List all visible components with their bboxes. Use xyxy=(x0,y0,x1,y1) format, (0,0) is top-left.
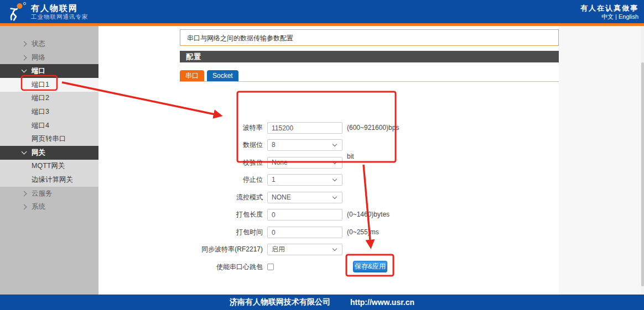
flow-control-select[interactable]: NONE xyxy=(267,192,342,203)
pack-time-input[interactable] xyxy=(267,227,342,238)
field-label: 波特率 xyxy=(187,122,263,134)
field-hint: (0~1460)bytes xyxy=(347,209,389,220)
select-value: 8 xyxy=(272,141,276,149)
sidebar-item-label: 端口2 xyxy=(32,91,49,105)
sidebar-item-port4[interactable]: 端口4 xyxy=(0,119,98,133)
brand-subtitle: 工业物联网通讯专家 xyxy=(31,13,89,20)
sidebar-item-mqtt-gateway[interactable]: MQTT网关 xyxy=(0,159,98,173)
header-slogan: 有人在认真做事 xyxy=(580,3,638,13)
usr-logo-icon xyxy=(8,2,28,22)
tab-serial[interactable]: 串口 xyxy=(180,70,204,81)
sidebar-item-label: MQTT网关 xyxy=(32,159,65,173)
sidebar-item-port3[interactable]: 端口3 xyxy=(0,105,98,119)
sidebar-item-label: 网关 xyxy=(32,146,45,160)
chevron-down-icon xyxy=(333,177,337,181)
form-row-sync-baud: 同步波特率(RF2217) 启用 xyxy=(98,244,174,255)
field-label: 流控模式 xyxy=(187,192,263,203)
brand-block: 有人物联网 工业物联网通讯专家 xyxy=(31,3,89,20)
brand-title: 有人物联网 xyxy=(31,3,89,13)
sidebar-item-label: 系统 xyxy=(32,200,45,214)
sidebar-item-label: 状态 xyxy=(32,37,45,51)
sidebar-item-label: 端口4 xyxy=(32,119,49,133)
chevron-down-icon xyxy=(22,67,27,73)
sidebar-item-gateway[interactable]: 网关 xyxy=(0,146,98,160)
parity-select[interactable]: None xyxy=(267,157,342,169)
chevron-down-icon xyxy=(333,195,337,199)
sidebar-item-network[interactable]: 网络 xyxy=(0,51,98,65)
scrollbar-thumb[interactable] xyxy=(641,62,644,286)
content-gutter xyxy=(559,26,644,295)
tab-underline xyxy=(180,81,559,82)
serial-heartbeat-checkbox[interactable] xyxy=(267,264,274,270)
form-row-data-bits: 数据位 8 bit xyxy=(98,139,174,151)
chevron-right-icon xyxy=(22,191,27,197)
select-value: 1 xyxy=(272,176,276,183)
sidebar-item-port2[interactable]: 端口2 xyxy=(0,91,98,105)
section-title-bar: 配置 xyxy=(180,51,559,62)
sidebar-item-label: 云服务 xyxy=(32,187,53,201)
tab-socket[interactable]: Socket xyxy=(207,70,238,81)
form-row-parity: 校验位 None xyxy=(98,157,174,169)
chevron-down-icon xyxy=(333,142,337,146)
footer-url-link[interactable]: http://www.usr.cn xyxy=(350,298,414,307)
lang-en-link[interactable]: English xyxy=(619,13,638,20)
form-row-stop-bits: 停止位 1 xyxy=(98,174,174,186)
sidebar-item-system[interactable]: 系统 xyxy=(0,200,98,214)
page-footer: 济南有人物联网技术有限公司 http://www.usr.cn xyxy=(0,295,644,310)
sidebar-item-label: 网页转串口 xyxy=(32,132,66,146)
data-bits-select[interactable]: 8 xyxy=(267,139,342,151)
chevron-down-icon xyxy=(333,246,337,251)
field-hint: bit xyxy=(347,151,354,162)
field-label: 同步波特率(RF2217) xyxy=(187,244,263,255)
save-apply-button[interactable]: 保存&应用 xyxy=(353,261,387,272)
sidebar-item-label: 端口1 xyxy=(32,78,49,92)
header-right: 有人在认真做事 中文 | English xyxy=(580,3,638,21)
sidebar-item-ports[interactable]: 端口 xyxy=(0,64,98,78)
chevron-right-icon xyxy=(22,41,27,47)
field-label: 打包长度 xyxy=(187,209,263,220)
field-label: 停止位 xyxy=(187,174,263,186)
sidebar-item-label: 边缘计算网关 xyxy=(32,173,73,187)
sidebar-item-web-to-serial[interactable]: 网页转串口 xyxy=(0,132,98,146)
chevron-right-icon xyxy=(22,55,27,61)
field-hint: (0~255)ms xyxy=(347,227,379,238)
sidebar-item-cloud[interactable]: 云服务 xyxy=(0,187,98,201)
field-hint: (600~921600)bps xyxy=(347,122,399,134)
stop-bits-select[interactable]: 1 xyxy=(267,174,342,186)
pack-length-input[interactable] xyxy=(267,209,342,220)
page-description: 串口与网络之间的数据传输参数配置 xyxy=(187,34,293,42)
sidebar-item-label: 端口3 xyxy=(32,105,49,119)
sidebar-item-label: 端口 xyxy=(32,64,45,78)
sidebar-nav: 状态 网络 端口 端口1 端口2 端口3 端口4 网页转串口 网关 MQTT网关… xyxy=(0,26,98,295)
page-description-box: 串口与网络之间的数据传输参数配置 xyxy=(180,29,559,46)
field-label: 校验位 xyxy=(187,157,263,169)
tab-bar: 串口 Socket xyxy=(180,70,238,81)
language-switcher: 中文 | English xyxy=(580,13,638,21)
field-label: 使能串口心跳包 xyxy=(187,261,263,273)
baud-rate-input[interactable] xyxy=(267,122,342,134)
app-header: 有人物联网 工业物联网通讯专家 有人在认真做事 中文 | English xyxy=(0,0,644,23)
select-value: None xyxy=(272,159,288,166)
main-content: 串口与网络之间的数据传输参数配置 配置 串口 Socket 波特率 (600~9… xyxy=(98,26,559,295)
sidebar-item-edge-gateway[interactable]: 边缘计算网关 xyxy=(0,173,98,187)
field-label: 打包时间 xyxy=(187,227,263,238)
lang-separator: | xyxy=(615,13,617,20)
chevron-down-icon xyxy=(333,160,337,164)
sync-baud-select[interactable]: 启用 xyxy=(267,244,342,255)
sidebar-item-label: 网络 xyxy=(32,51,45,65)
sidebar-item-port1[interactable]: 端口1 xyxy=(0,78,98,92)
field-label: 数据位 xyxy=(187,139,263,151)
sidebar-item-status[interactable]: 状态 xyxy=(0,37,98,51)
select-value: 启用 xyxy=(272,245,285,253)
footer-company: 济南有人物联网技术有限公司 xyxy=(230,297,330,307)
section-title: 配置 xyxy=(186,52,201,61)
select-value: NONE xyxy=(272,193,291,201)
form-row-flow-control: 流控模式 NONE xyxy=(98,192,174,203)
chevron-down-icon xyxy=(22,149,27,155)
lang-zh-link[interactable]: 中文 xyxy=(601,13,614,20)
chevron-right-icon xyxy=(22,204,27,210)
